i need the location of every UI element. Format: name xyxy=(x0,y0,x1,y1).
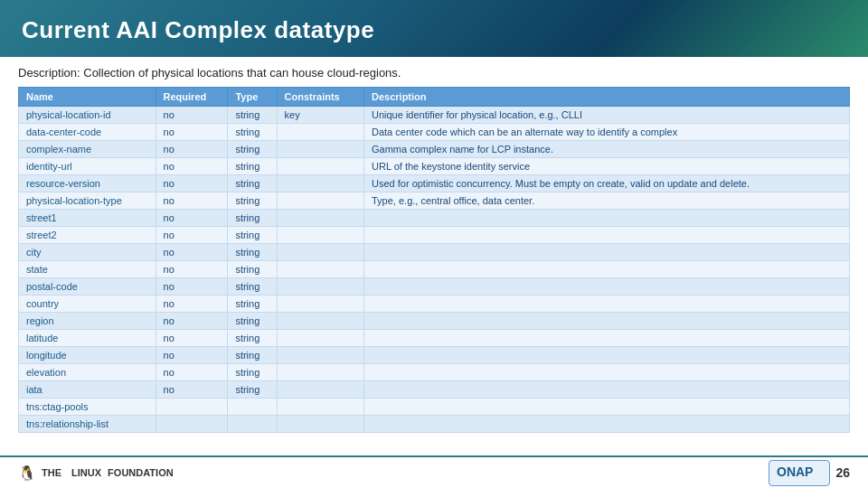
cell-required: no xyxy=(156,175,228,192)
cell-constraints xyxy=(277,192,363,210)
table-row: tns:ctag-pools xyxy=(19,399,850,416)
cell-type xyxy=(228,399,277,416)
cell-constraints xyxy=(277,244,363,261)
cell-name: country xyxy=(19,296,156,313)
cell-required: no xyxy=(156,364,228,381)
cell-type: string xyxy=(228,175,277,192)
cell-type: string xyxy=(228,296,277,313)
cell-constraints xyxy=(277,381,363,399)
cell-description xyxy=(364,313,850,330)
cell-required: no xyxy=(156,124,228,141)
cell-name: resource-version xyxy=(19,175,156,192)
page-title: Current AAI Complex datatype xyxy=(22,16,374,43)
cell-constraints xyxy=(277,399,363,416)
table-row: physical-location-typenostringType, e.g.… xyxy=(19,192,850,210)
tux-icon: 🐧 xyxy=(18,465,36,482)
cell-description xyxy=(364,278,850,296)
cell-name: physical-location-type xyxy=(19,192,156,210)
cell-description: URL of the keystone identity service xyxy=(364,158,850,175)
cell-description xyxy=(364,227,850,244)
cell-description xyxy=(364,210,850,227)
cell-constraints xyxy=(277,278,363,296)
cell-constraints xyxy=(277,261,363,278)
col-description: Description xyxy=(364,88,850,107)
cell-name: iata xyxy=(19,381,156,399)
col-required: Required xyxy=(156,88,228,107)
cell-required: no xyxy=(156,158,228,175)
table-row: countrynostring xyxy=(19,296,850,313)
table-row: latitudenostring xyxy=(19,330,850,347)
cell-description: Used for optimistic concurrency. Must be… xyxy=(364,175,850,192)
cell-constraints xyxy=(277,210,363,227)
table-row: street1nostring xyxy=(19,210,850,227)
table-row: tns:relationship-list xyxy=(19,416,850,433)
cell-type: string xyxy=(228,244,277,261)
table-row: complex-namenostringGamma complex name f… xyxy=(19,141,850,158)
table-row: iatanostring xyxy=(19,381,850,399)
cell-name: city xyxy=(19,244,156,261)
cell-description xyxy=(364,399,850,416)
cell-required xyxy=(156,399,228,416)
cell-required: no xyxy=(156,261,228,278)
cell-name: latitude xyxy=(19,330,156,347)
cell-required: no xyxy=(156,141,228,158)
page-number: 26 xyxy=(835,465,850,480)
cell-constraints xyxy=(277,227,363,244)
cell-type: string xyxy=(228,192,277,210)
cell-required: no xyxy=(156,278,228,296)
cell-description xyxy=(364,347,850,364)
table-header-row: Name Required Type Constraints Descripti… xyxy=(19,88,850,107)
page-footer: 🐧 THE LINUX FOUNDATION ONAP 26 xyxy=(0,455,868,488)
cell-constraints xyxy=(277,141,363,158)
cell-required: no xyxy=(156,244,228,261)
cell-name: elevation xyxy=(19,364,156,381)
cell-name: postal-code xyxy=(19,278,156,296)
cell-constraints xyxy=(277,364,363,381)
cell-type xyxy=(228,416,277,433)
page-header: Current AAI Complex datatype xyxy=(0,0,868,57)
cell-type: string xyxy=(228,313,277,330)
cell-type: string xyxy=(228,107,277,124)
cell-constraints xyxy=(277,347,363,364)
cell-description xyxy=(364,244,850,261)
cell-name: state xyxy=(19,261,156,278)
table-row: statenostring xyxy=(19,261,850,278)
datatype-table: Name Required Type Constraints Descripti… xyxy=(18,87,850,433)
cell-name: identity-url xyxy=(19,158,156,175)
table-row: street2nostring xyxy=(19,227,850,244)
cell-type: string xyxy=(228,227,277,244)
cell-constraints xyxy=(277,296,363,313)
cell-required: no xyxy=(156,296,228,313)
cell-type: string xyxy=(228,330,277,347)
table-row: resource-versionnostringUsed for optimis… xyxy=(19,175,850,192)
onap-svg: ONAP xyxy=(777,463,822,481)
cell-description: Gamma complex name for LCP instance. xyxy=(364,141,850,158)
footer-right: ONAP 26 xyxy=(769,460,850,486)
cell-description: Data center code which can be an alterna… xyxy=(364,124,850,141)
cell-required: no xyxy=(156,107,228,124)
cell-constraints xyxy=(277,124,363,141)
cell-required: no xyxy=(156,381,228,399)
cell-constraints xyxy=(277,313,363,330)
table-row: identity-urlnostringURL of the keystone … xyxy=(19,158,850,175)
svg-text:ONAP: ONAP xyxy=(777,465,813,479)
cell-constraints xyxy=(277,416,363,433)
description-text: Description: Collection of physical loca… xyxy=(18,66,850,80)
cell-name: tns:relationship-list xyxy=(19,416,156,433)
cell-constraints xyxy=(277,158,363,175)
cell-type: string xyxy=(228,261,277,278)
cell-constraints: key xyxy=(277,107,363,124)
cell-description xyxy=(364,364,850,381)
table-row: elevationnostring xyxy=(19,364,850,381)
cell-name: street2 xyxy=(19,227,156,244)
cell-type: string xyxy=(228,124,277,141)
cell-type: string xyxy=(228,364,277,381)
col-name: Name xyxy=(19,88,156,107)
linux-foundation-label: THE LINUX FOUNDATION xyxy=(42,467,174,478)
cell-type: string xyxy=(228,210,277,227)
table-row: postal-codenostring xyxy=(19,278,850,296)
cell-description: Type, e.g., central office, data center. xyxy=(364,192,850,210)
footer-linux: 🐧 THE LINUX FOUNDATION xyxy=(18,465,174,482)
onap-logo: ONAP xyxy=(769,460,830,486)
cell-required: no xyxy=(156,227,228,244)
